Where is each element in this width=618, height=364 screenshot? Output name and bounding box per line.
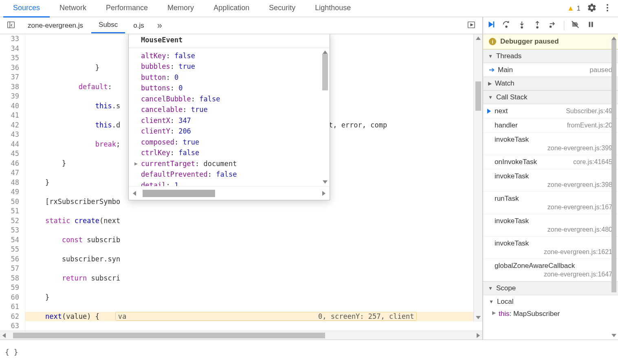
line-gutter: 3334353637383940414243444546474849505152… [0, 34, 25, 331]
tooltip-properties[interactable]: altKey: falsebubbles: truebutton: 0butto… [129, 48, 330, 186]
toggle-execution-icon[interactable] [460, 20, 482, 31]
file-tabs: zone-evergreen.js Subsc o.js » [0, 17, 482, 34]
callstack-frame[interactable]: globalZoneAwareCallbackzone-evergreen.js… [483, 259, 618, 281]
sidebar-vertical-scrollbar[interactable] [610, 34, 618, 340]
step-icon[interactable] [548, 20, 557, 31]
callstack-frame[interactable]: handlerfromEvent.js:20 [483, 118, 618, 133]
tab-network[interactable]: Network [50, 0, 96, 18]
svg-rect-16 [589, 22, 590, 27]
tooltip-prop[interactable]: button: 0 [141, 72, 330, 83]
svg-rect-17 [592, 22, 593, 27]
braces-icon[interactable]: { } [5, 348, 18, 356]
resume-icon[interactable] [486, 20, 495, 31]
svg-point-14 [550, 26, 552, 28]
tooltip-prop[interactable]: buttons: 0 [141, 83, 330, 94]
file-tab-subscriber[interactable]: Subsc [91, 18, 125, 33]
callstack-frame[interactable]: runTaskzone-evergreen.js:167 [483, 192, 618, 214]
tooltip-prop[interactable]: cancelable: true [141, 104, 330, 115]
pause-on-exceptions-icon[interactable] [586, 20, 595, 31]
devtools-panel-tabs: Sources Network Performance Memory Appli… [0, 0, 618, 17]
svg-point-8 [506, 26, 507, 28]
tooltip-prop[interactable]: clientY: 206 [141, 126, 330, 137]
section-scope[interactable]: ▼Scope [483, 281, 618, 295]
callstack-frame[interactable]: invokeTaskzone-evergreen.js:399 [483, 133, 618, 155]
tooltip-prop[interactable]: clientX: 347 [141, 115, 330, 126]
paused-text: Debugger paused [500, 37, 559, 46]
tooltip-vertical-scrollbar[interactable] [321, 48, 330, 186]
settings-icon[interactable] [587, 3, 597, 14]
section-threads[interactable]: ▼Threads [483, 49, 618, 63]
scope-local[interactable]: ▼Local [483, 295, 618, 308]
svg-marker-6 [471, 24, 473, 26]
editor-vertical-scrollbar[interactable] [473, 34, 482, 322]
tooltip-prop[interactable]: bubbles: true [141, 61, 330, 72]
debugger-sidebar: i Debugger paused ▼Threads ➔ Main paused… [483, 17, 618, 340]
value-tooltip: MouseEvent altKey: falsebubbles: truebut… [128, 34, 330, 200]
debugger-paused-banner: i Debugger paused [483, 34, 618, 49]
tab-performance[interactable]: Performance [96, 0, 158, 18]
svg-rect-7 [493, 22, 495, 28]
source-editor[interactable]: 3334353637383940414243444546474849505152… [0, 34, 482, 331]
tooltip-prop[interactable]: composed: true [141, 137, 330, 148]
step-over-icon[interactable] [502, 20, 511, 31]
thread-name: Main [498, 66, 513, 74]
callstack-frame[interactable]: invokeTaskzone-evergreen.js:1621 [483, 237, 618, 259]
callstack-frame[interactable]: invokeTaskzone-evergreen.js:480 [483, 214, 618, 237]
tooltip-prop[interactable]: ctrlKey: false [141, 147, 330, 158]
deactivate-breakpoints-icon[interactable] [571, 20, 580, 31]
svg-point-0 [607, 4, 608, 6]
svg-point-2 [607, 10, 608, 11]
tab-sources[interactable]: Sources [3, 0, 50, 18]
tooltip-prop[interactable]: altKey: false [141, 50, 330, 61]
warnings-badge[interactable]: ▲ 1 [567, 4, 587, 13]
svg-point-1 [607, 7, 608, 9]
current-thread-icon: ➔ [489, 66, 495, 74]
bottom-strip: { } [0, 340, 618, 364]
step-out-icon[interactable] [533, 20, 542, 31]
tab-lighthouse[interactable]: Lighthouse [305, 0, 361, 18]
scope-var-this[interactable]: ▶this: MapSubscriber [483, 308, 618, 320]
warning-count: 1 [577, 4, 581, 13]
debugger-controls [483, 17, 618, 34]
tooltip-prop[interactable]: ▶currentTarget: document [141, 158, 330, 169]
callstack-frame[interactable]: invokeTaskzone-evergreen.js:398 [483, 169, 618, 192]
svg-point-10 [521, 27, 523, 29]
more-icon[interactable] [603, 3, 612, 14]
tab-security[interactable]: Security [259, 0, 305, 18]
thread-state: paused [589, 66, 612, 74]
tooltip-prop[interactable]: defaultPrevented: false [141, 169, 330, 180]
file-tab-o[interactable]: o.js [126, 18, 151, 33]
callstack-frame[interactable]: onInvokeTaskcore.js:41645 [483, 155, 618, 169]
tooltip-prop[interactable]: cancelBubble: false [141, 94, 330, 105]
code-editor-panel: zone-evergreen.js Subsc o.js » 333435363… [0, 17, 483, 340]
tooltip-prop[interactable]: detail: 1 [141, 180, 330, 186]
section-callstack[interactable]: ▼Call Stack [483, 90, 618, 104]
step-into-icon[interactable] [517, 20, 526, 31]
thread-row[interactable]: ➔ Main paused [483, 63, 618, 77]
more-tabs-icon[interactable]: » [152, 20, 167, 31]
tab-application[interactable]: Application [204, 0, 259, 18]
svg-point-12 [537, 27, 538, 29]
tooltip-title: MouseEvent [129, 34, 330, 48]
tooltip-horizontal-scrollbar[interactable] [129, 186, 330, 200]
inline-value-hint: va 0, screenY: 257, client [115, 312, 417, 321]
info-icon: i [489, 38, 496, 45]
editor-horizontal-scrollbar[interactable] [0, 331, 482, 340]
callstack-frame[interactable]: nextSubscriber.js:49 [483, 104, 618, 118]
warning-icon: ▲ [567, 4, 574, 13]
navigator-toggle-icon[interactable] [2, 19, 20, 32]
tab-memory[interactable]: Memory [158, 0, 204, 18]
file-tab-zone[interactable]: zone-evergreen.js [20, 18, 90, 33]
section-watch[interactable]: ▶Watch [483, 77, 618, 90]
